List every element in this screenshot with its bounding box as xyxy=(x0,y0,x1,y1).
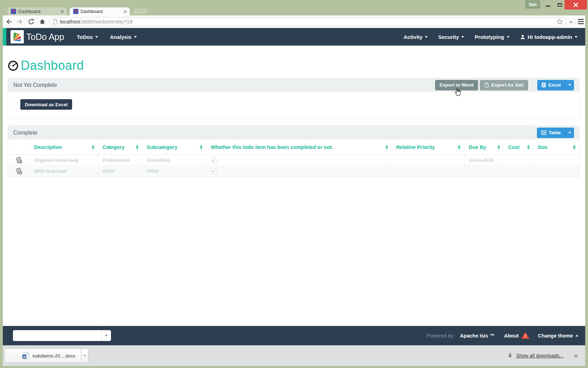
tab-close-icon[interactable] xyxy=(61,10,64,13)
extensions-overflow-icon[interactable]: » xyxy=(569,19,572,25)
export-as-xml-button[interactable]: Export As Xml xyxy=(480,80,528,90)
window-maximize-button[interactable] xyxy=(555,0,565,9)
downloaded-file-button[interactable]: W todoItems-20....docx xyxy=(4,348,89,363)
chevron-down-icon xyxy=(575,36,578,39)
dashboard-gauge-icon xyxy=(8,60,19,71)
combobox-arrow[interactable] xyxy=(102,330,111,341)
maximize-icon xyxy=(558,3,562,7)
menu-activity[interactable]: Activity xyxy=(404,34,428,40)
panel-heading: Not Yet Complete Export to Word Export A… xyxy=(8,78,579,92)
app-navbar: ToDo App ToDos Analysis Activity Securit… xyxy=(3,28,585,46)
sort-icon[interactable] xyxy=(573,145,576,149)
chevron-down-icon xyxy=(507,36,510,39)
column-header-description[interactable]: Description xyxy=(30,139,98,155)
address-bar[interactable]: localhost:8080/wicket/entity?18 xyxy=(50,17,566,26)
menu-analysis[interactable]: Analysis xyxy=(110,34,137,40)
menu-prototyping[interactable]: Prototyping xyxy=(475,34,509,40)
column-header-cost[interactable]: Cost xyxy=(504,139,534,155)
download-as-excel-button[interactable]: Download as Excel xyxy=(20,99,72,110)
menu-user[interactable]: Hi todoapp-admin xyxy=(520,34,578,40)
download-item-dropdown[interactable] xyxy=(81,349,88,363)
reload-button[interactable] xyxy=(26,17,36,27)
url-path: :8080/wicket/entity?18 xyxy=(80,19,132,25)
favicon-icon xyxy=(11,9,16,14)
table-icon xyxy=(541,130,546,135)
page-title: Dashboard xyxy=(8,58,585,73)
cell-due-by: 10-03-2015 xyxy=(464,155,504,165)
new-tab-button[interactable] xyxy=(133,8,148,14)
word-file-icon: W xyxy=(22,352,29,360)
panel-title: Complete xyxy=(13,130,37,136)
sort-icon[interactable] xyxy=(200,145,203,149)
tab-strip: Dashboard Dashboard xyxy=(3,7,585,15)
show-all-downloads-link[interactable]: Show all downloads... xyxy=(516,353,564,359)
todo-item-icon[interactable] xyxy=(8,155,30,165)
footer-combobox[interactable] xyxy=(13,330,111,341)
cell-description: Organize brown bag xyxy=(30,155,98,165)
table-view-split-button: Table xyxy=(537,128,574,138)
cell-cost xyxy=(504,155,534,165)
tab-dashboard-background[interactable]: Dashboard xyxy=(7,7,67,15)
column-header-completed[interactable]: Whether this todo item has been complete… xyxy=(206,139,392,155)
sort-icon[interactable] xyxy=(527,145,530,149)
sort-icon[interactable] xyxy=(385,145,388,149)
home-icon xyxy=(39,18,46,25)
panel-body: Download as Excel xyxy=(8,92,579,119)
excel-dropdown-toggle[interactable] xyxy=(565,80,574,90)
tab-title: Dashboard xyxy=(80,9,124,14)
cell-doc xyxy=(534,166,579,176)
bookmark-star-icon[interactable] xyxy=(556,18,564,25)
change-theme-link[interactable]: Change theme xyxy=(538,333,578,339)
menu-todos[interactable]: ToDos xyxy=(77,34,98,40)
menu-security[interactable]: Security xyxy=(438,34,464,40)
column-header-due-by[interactable]: Due By xyxy=(464,139,504,155)
tab-close-icon[interactable] xyxy=(124,10,127,13)
cell-completed xyxy=(206,166,392,176)
window-close-button[interactable] xyxy=(565,0,587,9)
chevron-down-icon xyxy=(568,132,571,135)
completed-checkbox[interactable] xyxy=(211,157,217,163)
forward-button[interactable] xyxy=(15,17,25,27)
page-title-text: Dashboard xyxy=(21,58,84,73)
close-shelf-button[interactable] xyxy=(572,352,580,360)
todo-item-icon[interactable] xyxy=(8,166,30,176)
tab-dashboard-active[interactable]: Dashboard xyxy=(69,7,130,15)
column-header-relative-priority[interactable]: Relative Priority xyxy=(392,139,464,155)
completed-checkbox[interactable] xyxy=(211,168,217,174)
cell-cost xyxy=(504,166,534,176)
about-link[interactable]: About xyxy=(504,332,529,339)
table-view-button[interactable]: Table xyxy=(537,128,565,138)
export-to-word-button[interactable]: Export to Word xyxy=(435,80,478,90)
warning-icon xyxy=(522,332,529,339)
panel-complete: Complete Table Description Category Subc… xyxy=(8,125,580,177)
todoapp-logo-icon xyxy=(10,30,24,43)
column-header-category[interactable]: Category xyxy=(98,139,142,155)
panel-not-yet-complete: Not Yet Complete Export to Word Export A… xyxy=(8,78,580,119)
chrome-menu-icon[interactable] xyxy=(578,19,584,24)
minimize-icon xyxy=(546,6,550,7)
sort-icon[interactable] xyxy=(92,145,94,149)
column-header-doc[interactable]: Doc xyxy=(534,139,579,155)
sort-icon[interactable] xyxy=(136,145,139,149)
close-icon xyxy=(573,2,578,7)
sort-icon[interactable] xyxy=(497,145,500,149)
cell-category: Professional xyxy=(98,155,142,165)
cell-category: Other xyxy=(98,166,142,176)
window-minimize-button[interactable] xyxy=(543,0,553,9)
back-button[interactable] xyxy=(4,17,14,27)
column-header-subcategory[interactable]: Subcategory xyxy=(142,139,206,155)
complete-table: Description Category Subcategory Whether… xyxy=(8,139,579,177)
chrome-profile-badge[interactable]: Dan xyxy=(525,0,540,8)
window-titlebar: Dan xyxy=(0,0,588,7)
table-view-dropdown-toggle[interactable] xyxy=(565,128,574,138)
excel-button[interactable]: Excel xyxy=(537,80,565,90)
sort-icon[interactable] xyxy=(458,145,461,149)
app-brand[interactable]: ToDo App xyxy=(10,30,64,43)
home-button[interactable] xyxy=(37,17,48,27)
tab-title: Dashboard xyxy=(18,9,61,14)
app-footer: Powered by: Apache Isis ™ About Change t… xyxy=(3,326,585,345)
panel-heading: Complete Table xyxy=(8,126,579,139)
app-title: ToDo App xyxy=(26,32,64,42)
download-arrow-icon xyxy=(507,353,513,359)
page-icon xyxy=(53,19,57,25)
